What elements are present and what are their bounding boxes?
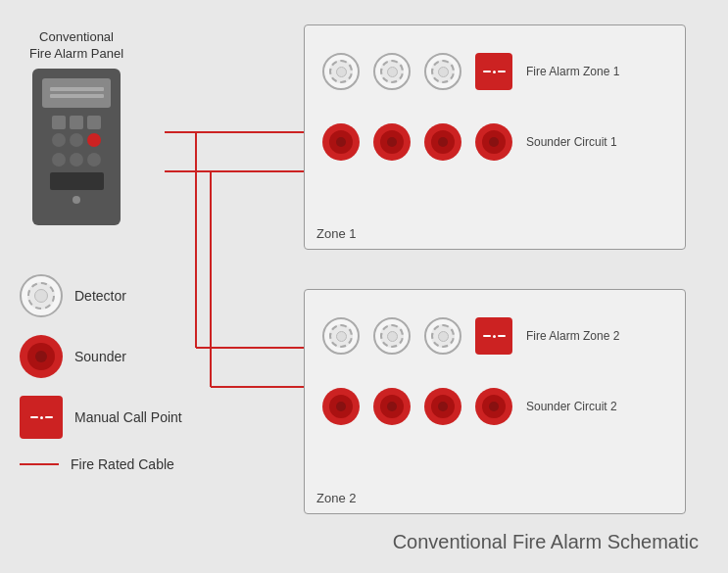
panel-btn-3 [87,116,101,129]
legend-mcp-icon [20,396,63,439]
zone2-mcp [475,317,512,355]
zone2-fire-alarm-label: Fire Alarm Zone 2 [526,329,619,343]
legend-cable: Fire Rated Cable [20,456,182,472]
panel-nav-left [52,153,66,167]
zone1-box: Fire Alarm Zone 1 Sounder Circuit 1 Zone… [304,24,686,250]
panel-btn-1 [52,116,66,129]
zone1-detector-3 [424,53,461,90]
panel-nav-right [87,153,101,167]
zone2-detector-3 [424,317,461,355]
legend: Detector Sounder Manual Call Point Fire [20,274,182,490]
legend-detector-icon [20,274,63,317]
legend-detector-label: Detector [74,288,126,304]
legend-mcp: Manual Call Point [20,396,182,439]
zone1-sounder-1 [322,123,360,161]
legend-sounder-icon [20,335,63,378]
panel-display [50,172,104,190]
zone1-sounder-2 [373,123,411,161]
panel-screen-line2 [50,94,104,98]
panel-btn-red [87,133,101,147]
zone1-sounder-3 [424,123,461,161]
zone1-sounder-4 [475,123,512,161]
zone1-label: Zone 1 [316,226,356,241]
zone1-detector-1 [322,53,360,90]
panel-screen-line1 [50,87,104,91]
legend-cable-line [20,463,59,465]
panel-btn-nav1 [52,133,66,147]
zone2-sounder-1 [322,388,360,425]
legend-sounder: Sounder [20,335,182,378]
zone1-sounder-label: Sounder Circuit 1 [526,135,617,149]
legend-mcp-label: Manual Call Point [74,409,182,425]
zone1-mcp [475,53,512,90]
page-title: Conventional Fire Alarm Schematic [393,531,699,553]
panel-buttons-grid [52,116,101,147]
panel-label: Conventional Fire Alarm Panel [29,29,123,63]
zone2-sounder-4 [475,388,512,425]
panel-label-line2: Fire Alarm Panel [29,46,123,61]
panel-btn-2 [70,116,83,129]
legend-sounder-label: Sounder [74,349,126,364]
panel-dot [73,196,80,204]
zone2-box: Fire Alarm Zone 2 Sounder Circuit 2 Zone… [304,289,686,514]
panel-btn-nav2 [70,133,83,147]
legend-detector: Detector [20,274,182,317]
legend-cable-label: Fire Rated Cable [71,456,174,472]
panel-body [32,69,121,225]
panel-label-line1: Conventional [39,29,114,44]
panel-screen [42,78,111,108]
zone2-detector-2 [373,317,411,355]
zone2-label: Zone 2 [316,491,356,505]
zone2-detector-1 [322,317,360,355]
zone2-sounder-3 [424,388,461,425]
zone2-sounder-2 [373,388,411,425]
zone1-detector-2 [373,53,411,90]
zone2-sounder-label: Sounder Circuit 2 [526,400,617,413]
panel-section: Conventional Fire Alarm Panel [29,29,123,225]
main-container: Conventional Fire Alarm Panel [0,0,728,573]
zone1-fire-alarm-label: Fire Alarm Zone 1 [526,65,619,78]
panel-nav-center [70,153,83,167]
panel-nav-row [52,153,101,167]
